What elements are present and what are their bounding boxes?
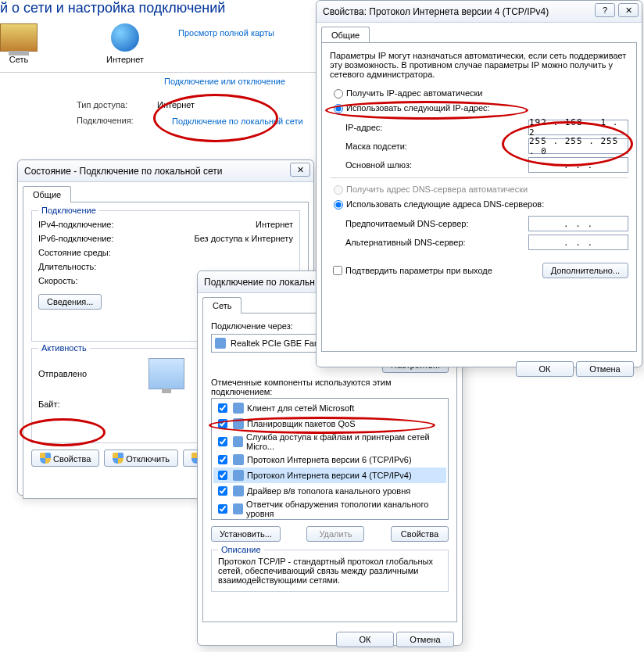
- access-type-value: Интернет: [157, 100, 195, 109]
- ipv6-value: Без доступа к Интернету: [194, 234, 293, 243]
- globe-icon: [111, 23, 139, 52]
- adapter-icon: [215, 338, 226, 349]
- node-internet: Интернет: [106, 23, 144, 64]
- disable-button[interactable]: Отключить: [104, 450, 178, 467]
- dns2-label: Альтернативный DNS-сервер:: [345, 238, 466, 247]
- tab-general[interactable]: Общие: [23, 186, 71, 202]
- advanced-button[interactable]: Дополнительно...: [542, 263, 628, 278]
- component-label: Драйвер в/в тополога канального уровня: [247, 486, 410, 496]
- group-description-title: Описание: [218, 545, 264, 554]
- ip-label: IP-адрес:: [345, 123, 382, 132]
- mask-label: Маска подсети:: [345, 142, 407, 151]
- bytes-label: Байт:: [38, 399, 60, 409]
- component-icon: [233, 418, 244, 429]
- list-item[interactable]: Клиент для сетей Microsoft: [213, 400, 446, 416]
- ok-button[interactable]: ОК: [516, 361, 574, 377]
- ipv6-label: IPv6-подключение:: [38, 234, 114, 243]
- list-item[interactable]: Протокол Интернета версии 6 (TCP/IPv6): [213, 452, 446, 468]
- radio-static-ip[interactable]: [334, 104, 343, 113]
- connections-label: Подключения:: [77, 116, 155, 125]
- dns1-input[interactable]: . . .: [528, 216, 628, 231]
- connections-row: Подключения:: [77, 116, 155, 125]
- remove-button[interactable]: Удалить: [306, 526, 364, 542]
- component-icon: [233, 454, 244, 465]
- group-connection-title: Подключение: [38, 206, 99, 215]
- list-item-tcpip4[interactable]: Протокол Интернета версии 4 (TCP/IPv4): [213, 468, 446, 483]
- duration-label: Длительность:: [38, 262, 96, 271]
- connect-disconnect-link[interactable]: Подключение или отключение: [164, 77, 285, 86]
- description-text: Протокол TCP/IP - стандартный протокол г…: [218, 557, 442, 585]
- ip-input[interactable]: 192 . 168 . 1 . 2: [528, 120, 628, 135]
- list-item[interactable]: Планировщик пакетов QoS: [213, 416, 446, 432]
- lanprops-title-text: Подключение по локальн: [204, 277, 315, 288]
- install-button[interactable]: Установить...: [211, 526, 281, 542]
- component-label: Клиент для сетей Microsoft: [247, 403, 354, 413]
- shield-icon: [40, 453, 51, 464]
- components-list[interactable]: Клиент для сетей Microsoft Планировщик п…: [211, 398, 449, 520]
- component-checkbox[interactable]: [218, 437, 227, 446]
- group-activity-title: Активность: [38, 343, 90, 353]
- close-icon[interactable]: ✕: [618, 3, 639, 17]
- adapter-name: Realtek PCIe GBE Fam: [231, 339, 321, 348]
- speed-label: Скорость:: [38, 276, 78, 285]
- node-pc-label: Сеть: [9, 55, 28, 64]
- cancel-button[interactable]: Отмена: [396, 632, 454, 647]
- close-icon[interactable]: ✕: [290, 163, 310, 177]
- component-checkbox[interactable]: [218, 455, 227, 464]
- ok-button[interactable]: ОК: [336, 632, 394, 647]
- component-label: Протокол Интернета версии 4 (TCP/IPv4): [247, 471, 412, 480]
- help-icon[interactable]: ?: [595, 3, 615, 17]
- ipv4-properties-window: Свойства: Протокол Интернета версии 4 (T…: [316, 0, 642, 367]
- validate-checkbox[interactable]: [333, 266, 342, 275]
- ipv4-titlebar: Свойства: Протокол Интернета версии 4 (T…: [317, 1, 642, 23]
- pc-icon: [0, 23, 38, 52]
- radio-static-ip-label: Использовать следующий IP-адрес:: [346, 103, 490, 113]
- list-item[interactable]: Ответчик обнаружения топологии канальног…: [213, 499, 446, 519]
- component-label: Планировщик пакетов QoS: [247, 419, 356, 428]
- ipv4-intro-text: Параметры IP могут назначаться автоматич…: [330, 51, 628, 79]
- list-item[interactable]: Служба доступа к файлам и принтерам сете…: [213, 432, 446, 452]
- component-icon: [233, 485, 244, 496]
- component-icon: [233, 436, 243, 447]
- component-checkbox[interactable]: [218, 471, 227, 480]
- ipv4-title-text: Свойства: Протокол Интернета версии 4 (T…: [323, 6, 549, 17]
- node-net-label: Интернет: [106, 55, 144, 64]
- access-type-row: Тип доступа: Интернет: [77, 100, 195, 109]
- dns2-input[interactable]: . . .: [528, 235, 628, 250]
- media-label: Состояние среды:: [38, 248, 111, 257]
- shield-icon: [113, 453, 123, 464]
- activity-monitor-icon: [148, 358, 184, 389]
- page-title: й о сети и настройка подключений: [0, 0, 225, 16]
- properties-button[interactable]: Свойства: [31, 450, 99, 467]
- validate-label: Подтвердить параметры при выходе: [345, 266, 492, 275]
- component-label: Протокол Интернета версии 6 (TCP/IPv6): [247, 455, 412, 464]
- component-checkbox[interactable]: [218, 419, 227, 428]
- tab-network[interactable]: Сеть: [202, 297, 242, 313]
- status-titlebar: Состояние - Подключение по локальной сет…: [18, 160, 313, 182]
- radio-auto-dns-label: Получить адрес DNS-сервера автоматически: [346, 184, 528, 194]
- component-label: Ответчик обнаружения топологии канальног…: [246, 500, 445, 518]
- tab-general[interactable]: Общие: [321, 27, 370, 43]
- gateway-input[interactable]: . . .: [528, 157, 628, 173]
- list-item[interactable]: Драйвер в/в тополога канального уровня: [213, 483, 446, 499]
- radio-auto-ip[interactable]: [334, 89, 343, 99]
- status-title-text: Состояние - Подключение по локальной сет…: [24, 166, 223, 177]
- radio-auto-ip-label: Получить IP-адрес автоматически: [346, 88, 482, 98]
- details-button[interactable]: Сведения...: [38, 294, 102, 310]
- mask-input[interactable]: 255 . 255 . 255 . 0: [528, 138, 628, 154]
- radio-static-dns-label: Использовать следующие адреса DNS-сервер…: [346, 199, 544, 209]
- radio-static-dns[interactable]: [334, 200, 343, 210]
- view-full-map-link[interactable]: Просмотр полной карты: [178, 28, 274, 38]
- cancel-button[interactable]: Отмена: [576, 361, 634, 377]
- component-checkbox[interactable]: [218, 504, 227, 514]
- lan-connection-link[interactable]: Подключение по локальной сети: [172, 116, 303, 127]
- radio-auto-dns: [334, 185, 343, 195]
- dns1-label: Предпочитаемый DNS-сервер:: [345, 219, 468, 228]
- component-icon: [233, 503, 243, 514]
- component-checkbox[interactable]: [218, 403, 227, 413]
- gateway-label: Основной шлюз:: [345, 160, 412, 170]
- component-properties-button[interactable]: Свойства: [391, 526, 449, 542]
- node-this-pc: Сеть: [0, 23, 38, 64]
- ipv4-label: IPv4-подключение:: [38, 220, 114, 229]
- component-checkbox[interactable]: [218, 486, 227, 496]
